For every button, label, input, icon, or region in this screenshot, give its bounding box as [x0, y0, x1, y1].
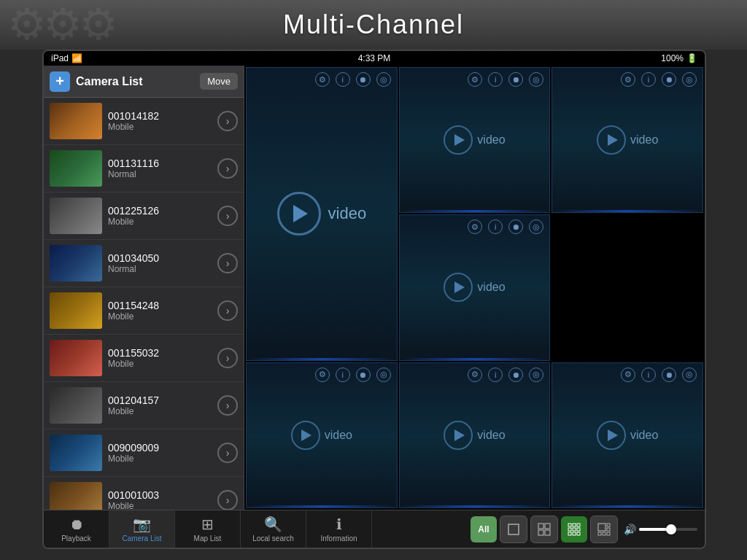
- cell-record-icon-4[interactable]: ⏺: [508, 219, 523, 234]
- cell-info-icon-2[interactable]: i: [488, 72, 503, 87]
- camera-item-cam7[interactable]: 001204157Mobile›: [44, 382, 244, 429]
- camera-arrow-cam1[interactable]: ›: [217, 111, 238, 131]
- camera-name-cam5: 001154248: [108, 300, 212, 311]
- cell-snapshot-icon-4[interactable]: ◎: [529, 219, 543, 234]
- cell-snapshot-icon-2[interactable]: ◎: [529, 72, 543, 87]
- video-cell-top-mid[interactable]: ⚙ i ⏺ ◎ video: [399, 67, 551, 213]
- camera-arrow-cam7[interactable]: ›: [217, 395, 238, 416]
- custom-view-button[interactable]: [590, 516, 618, 543]
- camera-info-cam8: 009009009Mobile: [108, 442, 212, 464]
- video-cell-bot-mid[interactable]: ⚙ i ⏺ ◎ video: [399, 362, 551, 508]
- cell-settings-icon-4[interactable]: ⚙: [468, 219, 482, 234]
- camera-item-cam8[interactable]: 009009009Mobile›: [44, 429, 244, 477]
- cell-settings-icon-6[interactable]: ⚙: [468, 368, 482, 382]
- camera-item-cam1[interactable]: 001014182Mobile›: [44, 98, 244, 145]
- camera-arrow-cam8[interactable]: ›: [217, 443, 238, 463]
- cell-info-icon-7[interactable]: i: [641, 368, 656, 382]
- video-play-top-mid: video: [444, 125, 505, 155]
- camera-arrow-cam4[interactable]: ›: [217, 253, 238, 273]
- cell-settings-icon-7[interactable]: ⚙: [621, 368, 635, 382]
- video-cell-top-right[interactable]: ⚙ i ⏺ ◎ video: [551, 67, 703, 213]
- camera-item-cam3[interactable]: 001225126Mobile›: [44, 192, 244, 240]
- camera-info-cam2: 001131116Normal: [108, 158, 212, 179]
- camera-item-cam2[interactable]: 001131116Normal›: [44, 145, 244, 192]
- camera-item-cam4[interactable]: 001034050Normal›: [44, 240, 244, 287]
- cell-info-icon-4[interactable]: i: [488, 219, 503, 234]
- camera-thumbnail-cam4: [50, 245, 102, 281]
- video-cell-mid-right[interactable]: ⚙ i ⏺ ◎ video: [399, 214, 551, 360]
- volume-thumb[interactable]: [666, 524, 676, 534]
- cell-snapshot-icon-7[interactable]: ◎: [682, 368, 697, 382]
- camera-item-cam5[interactable]: 001154248Mobile›: [44, 287, 244, 335]
- cell-settings-icon-5[interactable]: ⚙: [315, 368, 330, 382]
- cell-record-icon-5[interactable]: ⏺: [356, 368, 371, 382]
- video-cell-bot-left[interactable]: ⚙ i ⏺ ◎ video: [246, 362, 398, 508]
- cell-settings-icon-2[interactable]: ⚙: [468, 72, 482, 87]
- single-view-button[interactable]: [500, 516, 527, 543]
- nine-view-button[interactable]: [561, 516, 587, 542]
- camera-name-cam3: 001225126: [108, 205, 212, 217]
- tab-playback[interactable]: ⏺ Playback: [44, 510, 109, 548]
- tab-information[interactable]: ℹ Information: [306, 510, 372, 548]
- gear-decoration: ⚙⚙⚙: [0, 0, 146, 50]
- add-camera-button[interactable]: +: [50, 71, 70, 92]
- cell-snapshot-icon-3[interactable]: ◎: [682, 72, 697, 87]
- map-list-icon: ⊞: [201, 516, 214, 533]
- camera-list-icon: 📷: [133, 516, 151, 533]
- wifi-icon: 📶: [71, 53, 82, 63]
- camera-arrow-cam9[interactable]: ›: [217, 490, 238, 510]
- cell-snapshot-icon-6[interactable]: ◎: [529, 368, 543, 382]
- camera-arrow-cam2[interactable]: ›: [217, 158, 238, 179]
- camera-item-cam6[interactable]: 001155032Mobile›: [44, 335, 244, 382]
- cell-record-icon[interactable]: ⏺: [356, 72, 371, 87]
- cell-icons-top-right: ⚙ i ⏺ ◎: [621, 72, 697, 87]
- cell-settings-icon-3[interactable]: ⚙: [621, 72, 635, 87]
- tab-local-search[interactable]: 🔍 Local search: [241, 510, 306, 548]
- sidebar-title: Camera List: [76, 75, 194, 88]
- volume-track[interactable]: [639, 528, 697, 531]
- svg-rect-7: [577, 524, 580, 526]
- camera-name-cam4: 001034050: [108, 252, 212, 264]
- right-toolbar: All 🔊: [372, 516, 705, 543]
- svg-rect-9: [573, 528, 576, 531]
- cell-record-icon-6[interactable]: ⏺: [508, 368, 523, 382]
- tab-camera-list[interactable]: 📷 Camera List: [109, 510, 175, 548]
- cell-record-icon-3[interactable]: ⏺: [662, 72, 676, 87]
- cell-info-icon-6[interactable]: i: [488, 368, 503, 382]
- video-label-bm: video: [477, 429, 505, 442]
- tab-map-list[interactable]: ⊞ Map List: [175, 510, 241, 548]
- camera-name-cam1: 001014182: [108, 110, 212, 122]
- map-list-label: Map List: [194, 534, 222, 542]
- svg-rect-16: [607, 528, 610, 531]
- volume-slider[interactable]: 🔊: [624, 524, 697, 535]
- video-label-right: video: [630, 133, 658, 147]
- cell-snapshot-icon[interactable]: ◎: [376, 72, 391, 87]
- cell-snapshot-icon-5[interactable]: ◎: [376, 368, 391, 382]
- information-icon: ℹ: [336, 516, 342, 533]
- video-cell-large[interactable]: ⚙ i ⏺ ◎ video: [246, 67, 398, 361]
- video-play-large: video: [277, 192, 367, 236]
- svg-rect-14: [598, 524, 605, 531]
- svg-rect-15: [607, 524, 610, 526]
- camera-item-cam9[interactable]: 001001003Mobile›: [44, 477, 244, 510]
- video-label-mid-r: video: [477, 281, 505, 294]
- video-label-bl: video: [325, 429, 352, 442]
- quad-view-button[interactable]: [530, 516, 558, 543]
- cell-info-icon-3[interactable]: i: [641, 72, 656, 87]
- camera-arrow-cam6[interactable]: ›: [217, 348, 238, 368]
- camera-type-cam6: Mobile: [108, 359, 212, 369]
- app-title: Multi-Channel: [283, 9, 464, 40]
- cell-info-icon-5[interactable]: i: [336, 368, 350, 382]
- move-button[interactable]: Move: [200, 73, 238, 90]
- cell-info-icon[interactable]: i: [336, 72, 350, 87]
- cell-record-icon-7[interactable]: ⏺: [662, 368, 676, 382]
- play-triangle-bl: [301, 429, 311, 441]
- cell-record-icon-2[interactable]: ⏺: [508, 72, 523, 87]
- camera-arrow-cam3[interactable]: ›: [217, 206, 238, 226]
- camera-arrow-cam5[interactable]: ›: [217, 300, 238, 321]
- all-button[interactable]: All: [471, 516, 497, 542]
- svg-rect-10: [577, 528, 580, 531]
- video-cell-bot-right[interactable]: ⚙ i ⏺ ◎ video: [551, 362, 703, 508]
- cell-settings-icon[interactable]: ⚙: [315, 72, 330, 87]
- video-grid: ⚙ i ⏺ ◎ video ⚙ i ⏺ ◎: [244, 66, 705, 510]
